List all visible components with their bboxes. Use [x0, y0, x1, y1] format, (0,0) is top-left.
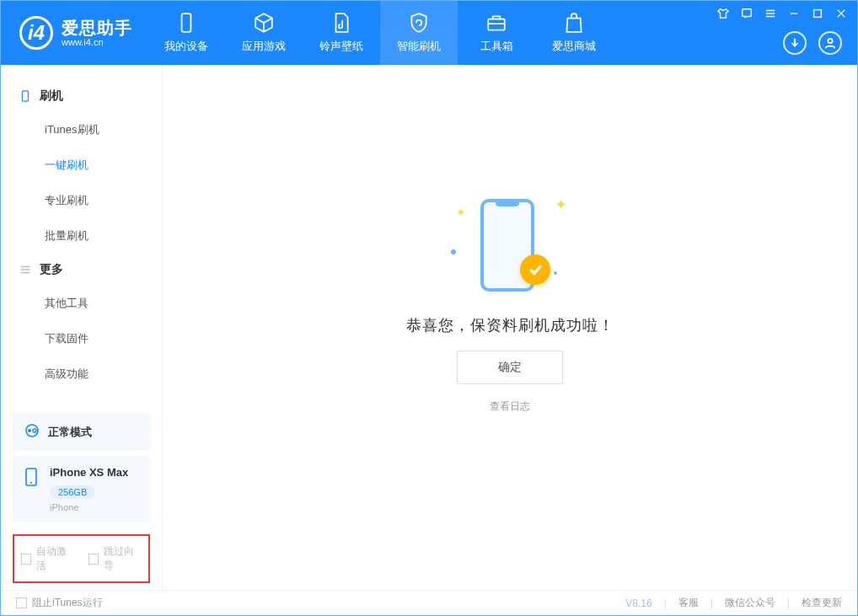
feedback-icon[interactable]	[741, 8, 753, 23]
svg-rect-1	[488, 19, 505, 30]
checkbox-skip-guide[interactable]: 跳过向导	[88, 544, 142, 573]
phone-icon	[19, 90, 31, 102]
success-message: 恭喜您，保资料刷机成功啦！	[406, 315, 614, 335]
nav-tabs: 我的设备 应用游戏 铃声壁纸 智能刷机 工具箱 爱思商城	[147, 1, 613, 65]
app-header: i4 爱思助手 www.i4.cn 我的设备 应用游戏 铃声壁纸 智能刷机 工具…	[1, 1, 857, 65]
svg-point-7	[28, 429, 31, 432]
checkbox-auto-activate[interactable]: 自动激活	[21, 544, 75, 573]
mode-icon	[24, 423, 40, 441]
app-subtitle: www.i4.cn	[62, 37, 132, 47]
device-info-card[interactable]: iPhone XS Max 256GB iPhone	[13, 456, 150, 522]
sidebar-item-batch-flash[interactable]: 批量刷机	[1, 218, 162, 254]
tab-toolbox[interactable]: 工具箱	[458, 1, 535, 65]
svg-rect-3	[814, 10, 822, 18]
checkbox-icon	[16, 597, 27, 608]
sidebar: 刷机 iTunes刷机 一键刷机 专业刷机 批量刷机 更多 其他工具 下载固件 …	[1, 65, 163, 590]
device-type: iPhone	[50, 502, 128, 512]
shirt-icon[interactable]	[717, 8, 729, 23]
header-actions	[783, 31, 842, 55]
shopping-bag-icon	[563, 12, 585, 34]
highlighted-options: 自动激活 跳过向导	[13, 534, 150, 583]
device-icon	[175, 12, 197, 34]
check-update-link[interactable]: 检查更新	[802, 596, 842, 610]
storage-badge: 256GB	[50, 485, 95, 499]
tab-label: 铃声壁纸	[319, 39, 363, 54]
tab-label: 工具箱	[480, 39, 513, 54]
checkbox-icon	[21, 554, 31, 565]
svg-point-8	[33, 429, 36, 432]
customer-service-link[interactable]: 客服	[678, 596, 699, 610]
tab-ringtone-wallpaper[interactable]: 铃声壁纸	[303, 1, 380, 65]
window-controls	[717, 8, 847, 23]
sidebar-item-advanced[interactable]: 高级功能	[1, 356, 162, 392]
close-icon[interactable]	[835, 8, 847, 23]
app-title: 爱思助手	[62, 19, 132, 37]
tab-label: 智能刷机	[397, 39, 441, 54]
sidebar-item-other-tools[interactable]: 其他工具	[1, 286, 162, 321]
svg-rect-2	[743, 9, 752, 17]
mode-label: 正常模式	[48, 425, 92, 440]
menu-icon[interactable]	[764, 8, 776, 23]
logo-area: i4 爱思助手 www.i4.cn	[1, 1, 147, 65]
user-icon[interactable]	[818, 31, 842, 55]
cube-icon	[253, 12, 275, 34]
wechat-link[interactable]: 微信公众号	[725, 596, 775, 610]
sidebar-item-itunes-flash[interactable]: iTunes刷机	[1, 112, 162, 147]
shield-refresh-icon	[408, 12, 430, 34]
minimize-icon[interactable]	[788, 8, 800, 23]
tab-smart-flash[interactable]: 智能刷机	[380, 1, 458, 65]
tab-label: 应用游戏	[242, 39, 286, 54]
version-label: V8.16	[625, 597, 652, 609]
device-mode-card[interactable]: 正常模式	[13, 413, 150, 451]
toolbox-icon	[485, 12, 507, 34]
music-file-icon	[330, 12, 352, 34]
checkbox-icon	[88, 554, 99, 565]
phone-device-icon	[24, 468, 41, 512]
footer: 阻止iTunes运行 V8.16 | 客服 | 微信公众号 | 检查更新	[1, 590, 857, 615]
logo-icon: i4	[19, 16, 53, 50]
sidebar-item-oneclick-flash[interactable]: 一键刷机	[1, 147, 162, 183]
tab-my-device[interactable]: 我的设备	[147, 1, 225, 65]
tab-store[interactable]: 爱思商城	[535, 1, 613, 65]
device-name: iPhone XS Max	[50, 466, 128, 479]
svg-rect-5	[23, 91, 29, 101]
sidebar-group-more: 更多	[1, 254, 162, 286]
tab-label: 我的设备	[164, 39, 208, 54]
confirm-button[interactable]: 确定	[457, 351, 563, 384]
maximize-icon[interactable]	[812, 8, 823, 23]
sidebar-group-flash: 刷机	[1, 80, 162, 112]
tab-label: 爱思商城	[552, 39, 596, 54]
success-illustration: ✦ ✦	[451, 190, 569, 300]
view-log-link[interactable]: 查看日志	[490, 399, 530, 414]
sidebar-item-pro-flash[interactable]: 专业刷机	[1, 183, 162, 218]
svg-point-10	[30, 482, 32, 484]
tab-apps-games[interactable]: 应用游戏	[225, 1, 303, 65]
svg-point-4	[828, 39, 832, 43]
list-icon	[19, 264, 31, 276]
download-icon[interactable]	[783, 31, 807, 55]
checkbox-block-itunes[interactable]: 阻止iTunes运行	[16, 596, 103, 610]
sidebar-item-download-firmware[interactable]: 下载固件	[1, 321, 162, 356]
main-content: ✦ ✦ 恭喜您，保资料刷机成功啦！ 确定 查看日志	[163, 65, 857, 590]
check-badge-icon	[520, 254, 550, 285]
svg-rect-0	[182, 13, 191, 32]
